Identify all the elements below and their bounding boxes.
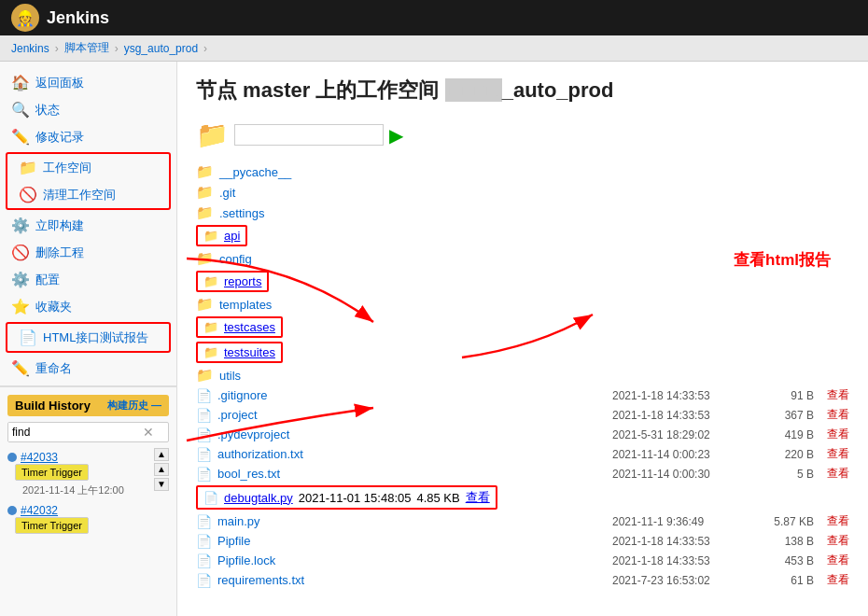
file-project-view[interactable]: 查看 (827, 408, 849, 421)
file-bool-res-view[interactable]: 查看 (827, 467, 849, 480)
folder-testcases-link[interactable]: testcases (224, 320, 275, 334)
file-pipfile-date: 2021-1-18 14:33:53 (612, 535, 743, 548)
file-bool-res-date: 2021-11-14 0:00:30 (612, 468, 743, 481)
file-authorization-link[interactable]: authorization.txt (217, 447, 303, 461)
build-history-title: Build History (15, 399, 91, 413)
file-pipfile-lock-view[interactable]: 查看 (827, 553, 849, 567)
sidebar-item-rename[interactable]: ✏️ 重命名 (0, 355, 176, 382)
file-project-size: 367 B (749, 409, 814, 422)
file-debugtalk-date: 2021-11-01 15:48:05 (299, 491, 412, 505)
build-link-42032[interactable]: #42032 (7, 504, 169, 517)
jenkins-avatar-icon: 👷 (11, 4, 39, 32)
report-icon: 📄 (19, 329, 37, 346)
folder-row-config: 📁 config (196, 248, 849, 269)
folder-git-icon: 📁 (196, 184, 214, 201)
breadcrumb-project[interactable]: ysg_auto_prod (124, 42, 198, 55)
folder-testcases-icon: 📁 (203, 320, 218, 334)
file-pipfile-lock-link[interactable]: Pipfile.lock (217, 553, 275, 567)
folder-templates-link[interactable]: templates (219, 298, 272, 312)
file-row-gitignore: 📄 .gitignore 2021-1-18 14:33:53 91 B 查看 (196, 385, 849, 405)
sidebar-item-changelog[interactable]: ✏️ 修改记录 (0, 123, 176, 150)
timer-badge-42033: Timer Trigger (15, 464, 89, 481)
build-history-header: Build History 构建历史 — (7, 395, 169, 416)
folder-git-link[interactable]: .git (219, 186, 235, 200)
scroll-up-button[interactable]: ▲ (154, 448, 169, 461)
folder-testsuites-icon: 📁 (203, 345, 218, 359)
file-pipfile-lock-action: 查看 (819, 553, 849, 568)
sidebar-item-clean-workspace[interactable]: 🚫 清理工作空间 (7, 181, 169, 208)
file-row-project: 📄 .project 2021-1-18 14:33:53 367 B 查看 (196, 405, 849, 425)
file-requirements-link[interactable]: requirements.txt (217, 573, 304, 587)
folder-large-icon: 📁 (196, 119, 229, 150)
file-pydevproject-date: 2021-5-31 18:29:02 (612, 428, 743, 441)
folder-config-link[interactable]: config (219, 252, 252, 266)
go-button[interactable]: ▶ (389, 124, 403, 147)
sidebar-label-favorites: 收藏夹 (35, 299, 72, 315)
build-link-42033[interactable]: #42033 (7, 451, 154, 464)
build-status-dot (7, 453, 17, 462)
build-icon: ⚙️ (11, 217, 30, 234)
folder-utils-link[interactable]: utils (219, 369, 241, 383)
sidebar-item-workspace[interactable]: 📁 工作空间 (7, 154, 169, 181)
sidebar-label-build-now: 立即构建 (35, 217, 84, 234)
sidebar-item-build-now[interactable]: ⚙️ 立即构建 (0, 212, 176, 239)
file-gitignore-date: 2021-1-18 14:33:53 (612, 389, 743, 402)
breadcrumb-sep-2: › (115, 42, 119, 55)
clean-icon: 🚫 (19, 186, 37, 203)
folder-settings-link[interactable]: .settings (219, 206, 264, 220)
sidebar-item-status[interactable]: 🔍 状态 (0, 96, 176, 123)
file-row-main: 📄 main.py 2021-11-1 9:36:49 5.87 KB 查看 (196, 511, 849, 531)
file-pipfile-view[interactable]: 查看 (827, 534, 849, 547)
sidebar-label-status: 状态 (35, 102, 60, 119)
file-project-link[interactable]: .project (217, 408, 258, 422)
scroll-down-button[interactable]: ▼ (154, 478, 169, 491)
folder-row-templates: 📁 templates (196, 294, 849, 315)
file-gitignore-link[interactable]: .gitignore (217, 388, 267, 402)
sidebar-label-workspace: 工作空间 (43, 160, 91, 176)
file-project-icon: 📄 (196, 408, 212, 423)
build-search-bar: ✕ (7, 422, 169, 442)
file-pydevproject-link[interactable]: .pydevproject (217, 427, 289, 441)
file-main-link[interactable]: main.py (217, 514, 260, 528)
rename-icon: ✏️ (11, 359, 30, 377)
file-bool-res-size: 5 B (749, 468, 814, 481)
sidebar-item-delete[interactable]: 🚫 删除工程 (0, 239, 176, 266)
file-requirements-view[interactable]: 查看 (827, 573, 849, 586)
clear-search-button[interactable]: ✕ (139, 425, 158, 440)
sidebar-item-favorites[interactable]: ⭐ 收藏夹 (0, 293, 176, 320)
breadcrumb-script-mgmt[interactable]: 脚本管理 (64, 40, 109, 56)
folder-pycache-link[interactable]: __pycache__ (219, 165, 291, 179)
file-pydevproject-view[interactable]: 查看 (827, 427, 849, 441)
file-row-requirements: 📄 requirements.txt 2021-7-23 16:53:02 61… (196, 570, 849, 590)
folder-reports-link[interactable]: reports (224, 274, 261, 288)
sidebar-label-html-report: HTML接口测试报告 (43, 329, 148, 346)
sidebar-item-dashboard[interactable]: 🏠 返回面板 (0, 69, 176, 96)
scroll-up-small-button[interactable]: ▲ (154, 463, 169, 476)
sidebar-label-dashboard: 返回面板 (35, 75, 84, 91)
sidebar-item-config[interactable]: ⚙️ 配置 (0, 266, 176, 293)
folder-row-utils: 📁 utils (196, 365, 849, 385)
file-main-icon: 📄 (196, 514, 212, 529)
folder-config-icon: 📁 (196, 250, 214, 267)
build-history-link[interactable]: 构建历史 — (107, 399, 161, 413)
file-requirements-action: 查看 (819, 572, 849, 588)
file-authorization-view[interactable]: 查看 (827, 447, 849, 460)
sidebar-label-config: 配置 (35, 272, 60, 288)
home-icon: 🏠 (11, 74, 30, 91)
sidebar-item-html-report[interactable]: 📄 HTML接口测试报告 (7, 324, 169, 351)
file-debugtalk-view[interactable]: 查看 (466, 490, 490, 504)
sidebar-label-changelog: 修改记录 (35, 129, 84, 146)
file-pipfile-link[interactable]: Pipfile (217, 534, 250, 548)
file-bool-res-link[interactable]: bool_res.txt (217, 467, 280, 481)
file-authorization-date: 2021-11-14 0:00:23 (612, 448, 743, 461)
build-search-input[interactable] (8, 423, 139, 441)
file-debugtalk-link[interactable]: debugtalk.py (224, 491, 293, 505)
file-main-view[interactable]: 查看 (827, 514, 849, 527)
file-debugtalk-action: 查看 (466, 489, 490, 506)
file-requirements-size: 61 B (749, 574, 814, 587)
path-input[interactable] (234, 124, 384, 146)
breadcrumb-jenkins[interactable]: Jenkins (11, 42, 49, 55)
file-gitignore-view[interactable]: 查看 (827, 388, 849, 401)
folder-api-link[interactable]: api (224, 229, 240, 243)
folder-testsuites-link[interactable]: testsuites (224, 345, 275, 359)
